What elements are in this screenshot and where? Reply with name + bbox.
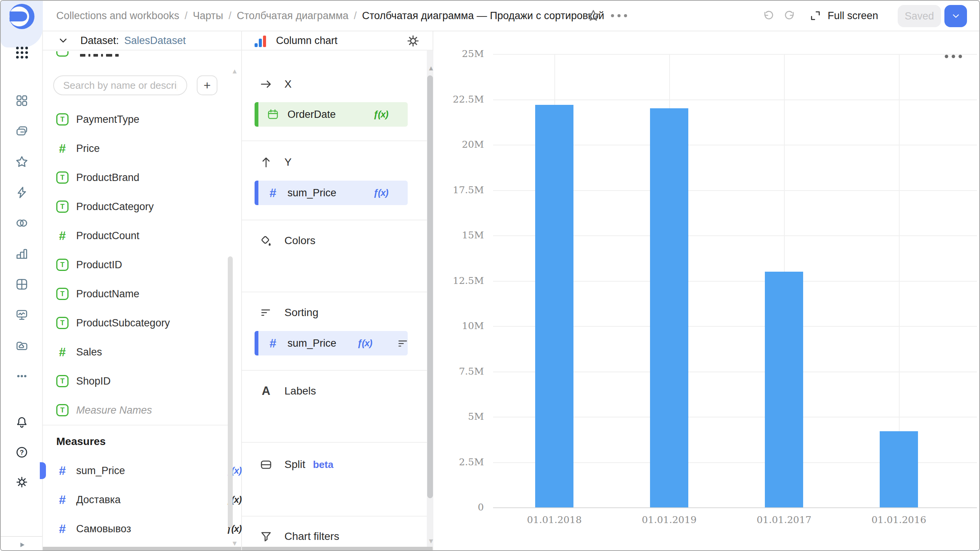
- chart-settings-gear-icon[interactable]: [406, 34, 420, 48]
- measure-field-Доставка[interactable]: #Доставкаƒ(x): [43, 485, 227, 514]
- measure-field-Самовывоз[interactable]: #Самовывозƒ(x): [43, 514, 227, 543]
- storage-folder-icon[interactable]: [15, 339, 29, 352]
- dataset-field-ProductName[interactable]: TProductName: [43, 279, 227, 308]
- search-input[interactable]: [53, 75, 187, 95]
- datasets-circles-icon[interactable]: [15, 216, 29, 230]
- chart-preview-panel: 02.5M5M7.5M10M12.5M15M17.5M20M22.5M25M01…: [433, 31, 979, 550]
- horizontal-scrollbar[interactable]: [43, 547, 241, 550]
- section-labels: A Labels: [259, 383, 316, 399]
- dataset-header: Dataset: SalesDataset: [43, 31, 241, 51]
- fx-formula-icon[interactable]: ƒ(x): [357, 338, 372, 349]
- y-axis-tick-label: 2.5M: [433, 456, 484, 468]
- string-field-icon: T: [56, 201, 69, 213]
- scroll-down-arrow-icon[interactable]: ▼: [231, 540, 238, 548]
- y-axis-tick-label: 10M: [433, 320, 484, 331]
- string-field-icon: T: [56, 259, 69, 271]
- dataset-field-ProductID[interactable]: TProductID: [43, 250, 227, 279]
- dataset-field-Price[interactable]: #Price: [43, 134, 227, 163]
- add-field-button[interactable]: +: [197, 75, 217, 95]
- bar-01.01.2017[interactable]: [765, 272, 803, 507]
- number-hash-icon: #: [56, 523, 69, 535]
- section-colors: Colors: [259, 233, 315, 248]
- section-chart-filters: Chart filters: [259, 529, 339, 544]
- redo-icon[interactable]: [783, 9, 797, 23]
- active-field-indicator: [40, 462, 46, 479]
- horizontal-scrollbar[interactable]: [242, 547, 433, 550]
- fullscreen-icon[interactable]: [808, 9, 822, 23]
- favorite-star-icon[interactable]: [586, 9, 600, 23]
- section-colors-label: Colors: [284, 235, 315, 247]
- breadcrumb-link[interactable]: Чарты: [193, 10, 223, 22]
- dataset-scrollbar[interactable]: [228, 256, 233, 528]
- measure-field-sum_Price[interactable]: #sum_Priceƒ(x): [43, 456, 227, 485]
- y-axis-tick-label: 20M: [433, 139, 484, 150]
- saved-button[interactable]: Saved: [898, 5, 941, 27]
- page-title: Столбчатая диаграмма — Продажи с сортиро…: [362, 10, 604, 22]
- dataset-field-ProductBrand[interactable]: TProductBrand: [43, 163, 227, 192]
- dataset-field-ProductCategory[interactable]: TProductCategory: [43, 192, 227, 221]
- number-hash-icon: #: [56, 142, 69, 155]
- number-hash-icon: #: [267, 187, 279, 199]
- app-window: ? Collections and workbooks/Чарты/Столбч…: [0, 0, 980, 551]
- dataset-field-Sales[interactable]: #Sales: [43, 337, 227, 367]
- dashboards-icon[interactable]: [15, 94, 29, 108]
- dataset-field-ProductCount[interactable]: #ProductCount: [43, 221, 227, 250]
- arrow-right-icon: [259, 77, 273, 91]
- breadcrumb-link[interactable]: Столбчатая диаграмма: [237, 10, 348, 22]
- breadcrumb-link[interactable]: Collections and workbooks: [56, 10, 179, 22]
- measures-title: Measures: [56, 435, 106, 448]
- sort-direction-icon[interactable]: [397, 337, 408, 349]
- apps-grid-icon[interactable]: [15, 46, 29, 59]
- number-hash-icon: #: [267, 337, 279, 349]
- config-scrollbar-thumb[interactable]: [427, 75, 433, 498]
- monitoring-icon[interactable]: [15, 308, 29, 322]
- measure-list: #sum_Priceƒ(x)#Доставкаƒ(x)#Самовывозƒ(x…: [43, 456, 227, 543]
- settings-gear-icon[interactable]: [15, 475, 29, 489]
- arrow-up-icon: [259, 155, 273, 169]
- measures-divider: [43, 425, 230, 425]
- labels-a-icon: A: [259, 384, 273, 398]
- more-dots-icon[interactable]: [611, 13, 631, 18]
- favorites-star-icon[interactable]: [15, 155, 29, 169]
- dataset-field-ShopID[interactable]: TShopID: [43, 367, 227, 396]
- bar-01.01.2019[interactable]: [650, 108, 688, 507]
- help-icon[interactable]: ?: [15, 445, 29, 459]
- bar-01.01.2016[interactable]: [880, 431, 918, 507]
- y-field-pill[interactable]: # sum_Price ƒ(x): [255, 181, 408, 205]
- field-label: Measure Names: [76, 404, 152, 416]
- pill-accent-bar: [255, 331, 258, 355]
- bar-01.01.2018[interactable]: [535, 105, 573, 507]
- collections-icon[interactable]: [15, 124, 29, 138]
- dataset-name-link[interactable]: SalesDataset: [124, 35, 186, 47]
- scroll-down-arrow-icon[interactable]: ▼: [428, 537, 434, 545]
- bell-icon[interactable]: [15, 416, 29, 429]
- clipped-field-row[interactable]: [56, 51, 171, 57]
- charts-bars-icon[interactable]: [15, 247, 29, 261]
- fx-formula-icon[interactable]: ƒ(x): [373, 109, 388, 120]
- sorting-field-name: sum_Price: [287, 337, 336, 349]
- tables-icon[interactable]: [15, 277, 29, 291]
- dataset-field-PaymentType[interactable]: TPaymentType: [43, 105, 227, 134]
- fx-formula-icon[interactable]: ƒ(x): [373, 187, 388, 198]
- more-ellipsis-icon[interactable]: [15, 369, 29, 383]
- expand-play-icon[interactable]: [18, 540, 27, 549]
- save-menu-button[interactable]: [944, 5, 967, 27]
- y-axis-tick-label: 5M: [433, 411, 484, 422]
- scroll-up-arrow-icon[interactable]: ▲: [231, 67, 238, 75]
- field-label: ProductSubcategory: [76, 317, 170, 329]
- field-label: ProductName: [76, 288, 139, 300]
- x-field-pill[interactable]: OrderDate ƒ(x): [255, 102, 408, 127]
- column-chart-icon: [255, 34, 268, 47]
- fullscreen-label[interactable]: Full screen: [828, 1, 878, 31]
- connections-bolt-icon[interactable]: [15, 186, 29, 199]
- dataset-collapse-chevron-icon[interactable]: [57, 34, 70, 47]
- datalens-logo-icon[interactable]: [9, 3, 35, 29]
- dataset-field-ProductSubcategory[interactable]: TProductSubcategory: [43, 308, 227, 337]
- left-rail: ?: [1, 1, 43, 551]
- scroll-up-arrow-icon[interactable]: ▲: [428, 64, 434, 72]
- sorting-field-pill[interactable]: # sum_Price ƒ(x): [255, 331, 408, 355]
- dataset-field-Measure Names[interactable]: TMeasure Names: [43, 396, 227, 425]
- field-label: ShopID: [76, 375, 111, 387]
- undo-icon[interactable]: [761, 9, 775, 23]
- chart-config-panel: Column chart X OrderDate ƒ(x): [242, 31, 433, 550]
